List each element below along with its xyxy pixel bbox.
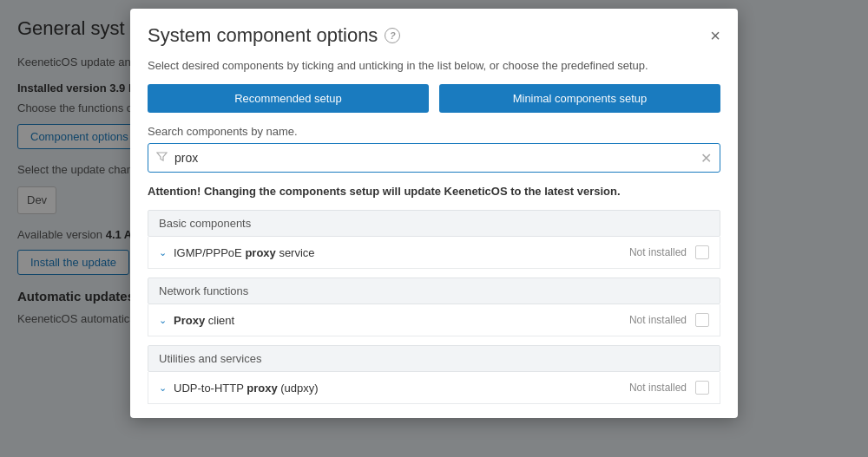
search-wrap: ✕ bbox=[148, 143, 720, 173]
section-header-1: Network functions bbox=[148, 277, 720, 304]
component-status: Not installed bbox=[629, 382, 687, 394]
attention-text: Attention! Changing the components setup… bbox=[148, 185, 720, 198]
component-status: Not installed bbox=[629, 246, 687, 258]
system-component-options-modal: System component options ? × Select desi… bbox=[130, 9, 738, 418]
search-label: Search components by name. bbox=[148, 125, 720, 138]
component-name: IGMP/PPPoE proxy service bbox=[174, 246, 629, 259]
minimal-setup-button[interactable]: Minimal components setup bbox=[439, 84, 720, 113]
chevron-down-icon[interactable]: ⌄ bbox=[159, 315, 167, 326]
modal-overlay: System component options ? × Select desi… bbox=[0, 0, 868, 457]
modal-subtitle: Select desired components by ticking and… bbox=[148, 59, 720, 72]
setup-buttons-group: Recommended setup Minimal components set… bbox=[148, 84, 720, 113]
search-filter-icon bbox=[156, 151, 168, 165]
chevron-down-icon[interactable]: ⌄ bbox=[159, 247, 167, 258]
modal-body: Select desired components by ticking and… bbox=[130, 59, 738, 418]
component-checkbox[interactable] bbox=[695, 245, 709, 259]
component-name: UDP-to-HTTP proxy (udpxy) bbox=[174, 382, 629, 395]
modal-title-wrap: System component options ? bbox=[148, 24, 400, 47]
search-input[interactable] bbox=[148, 143, 720, 173]
chevron-down-icon[interactable]: ⌄ bbox=[159, 382, 167, 394]
section-header-2: Utilities and services bbox=[148, 345, 720, 372]
component-checkbox[interactable] bbox=[695, 381, 709, 395]
modal-header: System component options ? × bbox=[130, 9, 738, 59]
close-button[interactable]: × bbox=[710, 27, 720, 44]
help-icon[interactable]: ? bbox=[385, 28, 400, 43]
component-name: Proxy client bbox=[174, 314, 629, 327]
components-list: Basic components⌄IGMP/PPPoE proxy servic… bbox=[148, 210, 720, 404]
component-row: ⌄IGMP/PPPoE proxy serviceNot installed bbox=[148, 237, 720, 269]
search-clear-button[interactable]: ✕ bbox=[700, 150, 712, 166]
recommended-setup-button[interactable]: Recommended setup bbox=[148, 84, 429, 113]
component-row: ⌄UDP-to-HTTP proxy (udpxy)Not installed bbox=[148, 372, 720, 404]
component-checkbox[interactable] bbox=[695, 313, 709, 327]
component-row: ⌄Proxy clientNot installed bbox=[148, 304, 720, 336]
section-header-0: Basic components bbox=[148, 210, 720, 237]
modal-title: System component options bbox=[148, 24, 378, 47]
component-status: Not installed bbox=[629, 314, 687, 326]
